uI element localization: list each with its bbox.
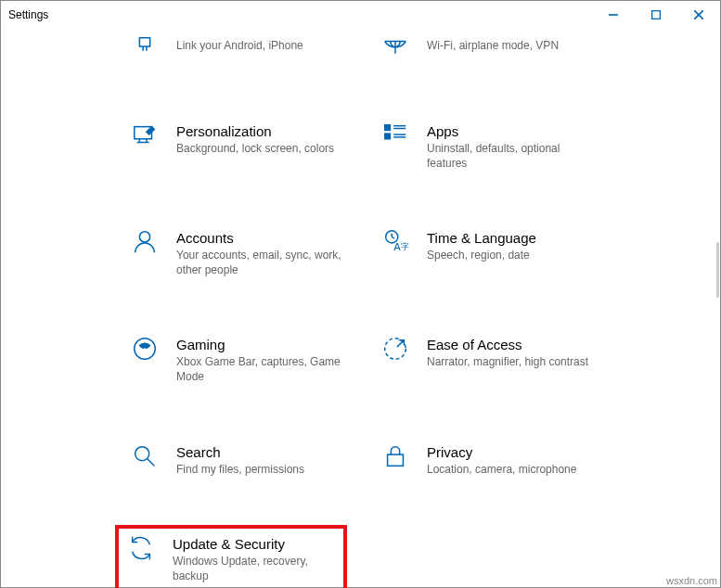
- personalization-icon: [130, 121, 160, 151]
- scrollbar-thumb[interactable]: [716, 242, 719, 298]
- highlight-update-security: Update & Security Windows Update, recove…: [115, 525, 347, 588]
- window-title: Settings: [8, 8, 48, 21]
- tile-title: Apps: [427, 123, 594, 139]
- settings-window: Settings Link your Android, iPhone: [0, 0, 721, 588]
- svg-line-27: [397, 340, 405, 348]
- minimize-button[interactable]: [592, 1, 635, 29]
- tile-title: Privacy: [427, 444, 576, 460]
- tile-title: Gaming: [176, 337, 343, 352]
- lock-icon: [380, 442, 410, 472]
- tile-sub: Link your Android, iPhone: [176, 39, 303, 54]
- sync-icon: [126, 534, 156, 564]
- tile-sub: Your accounts, email, sync, work, other …: [176, 249, 343, 277]
- globe-icon: [380, 34, 410, 64]
- tile-phone[interactable]: Link your Android, iPhone: [126, 32, 372, 68]
- person-icon: [130, 228, 160, 258]
- window-controls: [592, 1, 720, 29]
- svg-point-25: [135, 339, 156, 360]
- time-language-icon: A字: [380, 228, 410, 258]
- tile-title: Update & Security: [173, 536, 336, 552]
- tile-sub: Speech, region, date: [427, 249, 536, 263]
- search-icon: [130, 442, 160, 472]
- apps-icon: [380, 121, 410, 151]
- tile-sub: Uninstall, defaults, optional features: [427, 142, 594, 171]
- settings-grid: Link your Android, iPhone Wi-Fi, airplan…: [126, 32, 720, 588]
- watermark: wsxdn.com: [666, 575, 717, 586]
- tile-update-security[interactable]: Update & Security Windows Update, recove…: [126, 536, 336, 583]
- tile-search[interactable]: Search Find my files, permissions: [126, 441, 372, 481]
- tile-apps[interactable]: Apps Uninstall, defaults, optional featu…: [377, 120, 623, 174]
- tile-sub: Background, lock screen, colors: [176, 142, 334, 157]
- svg-rect-30: [388, 454, 404, 466]
- tile-title: Accounts: [176, 230, 343, 246]
- maximize-button[interactable]: [635, 1, 677, 29]
- phone-icon: [130, 34, 160, 64]
- tile-personalization[interactable]: Personalization Background, lock screen,…: [126, 120, 372, 174]
- svg-line-22: [392, 237, 394, 239]
- tile-time-language[interactable]: A字 Time & Language Speech, region, date: [377, 226, 623, 281]
- tile-title: Ease of Access: [427, 337, 588, 352]
- svg-rect-13: [385, 125, 391, 131]
- gaming-icon: [130, 335, 160, 364]
- tile-sub: Location, camera, microphone: [427, 463, 576, 478]
- scrollbar[interactable]: [704, 29, 719, 586]
- svg-rect-4: [139, 38, 149, 46]
- svg-text:字: 字: [401, 242, 409, 251]
- svg-line-29: [148, 458, 155, 466]
- close-button[interactable]: [677, 1, 720, 29]
- tile-privacy[interactable]: Privacy Location, camera, microphone: [377, 441, 623, 481]
- tile-title: Personalization: [176, 123, 334, 139]
- svg-point-28: [135, 446, 149, 460]
- titlebar: Settings: [1, 1, 720, 29]
- svg-rect-16: [385, 134, 391, 139]
- ease-of-access-icon: [380, 335, 410, 364]
- tile-ease-of-access[interactable]: Ease of Access Narrator, magnifier, high…: [377, 333, 623, 388]
- tile-network[interactable]: Wi-Fi, airplane mode, VPN: [377, 32, 623, 68]
- tile-title: Search: [176, 444, 304, 460]
- tile-sub: Xbox Game Bar, captures, Game Mode: [176, 355, 343, 384]
- svg-rect-1: [652, 11, 661, 19]
- tile-title: Time & Language: [427, 230, 536, 246]
- tile-gaming[interactable]: Gaming Xbox Game Bar, captures, Game Mod…: [126, 333, 372, 388]
- tile-sub: Narrator, magnifier, high contrast: [427, 355, 588, 370]
- settings-content: Link your Android, iPhone Wi-Fi, airplan…: [1, 32, 720, 588]
- tile-sub: Wi-Fi, airplane mode, VPN: [427, 39, 559, 54]
- svg-point-19: [139, 232, 149, 242]
- tile-accounts[interactable]: Accounts Your accounts, email, sync, wor…: [126, 226, 372, 281]
- tile-sub: Windows Update, recovery, backup: [173, 555, 336, 583]
- tile-sub: Find my files, permissions: [176, 463, 304, 478]
